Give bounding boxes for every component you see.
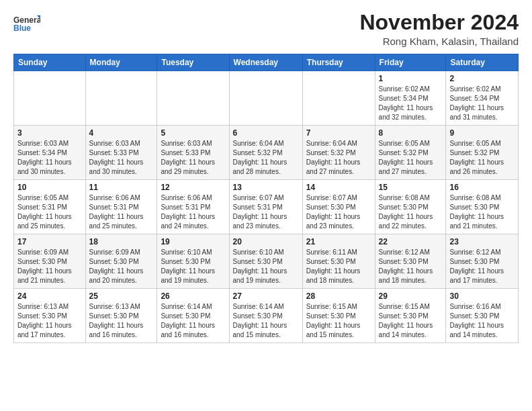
weekday-saturday: Saturday <box>446 54 519 71</box>
day-number: 11 <box>89 183 154 192</box>
calendar-cell: 19Sunrise: 6:10 AM Sunset: 5:30 PM Dayli… <box>157 234 229 289</box>
calendar-cell <box>157 71 229 126</box>
day-number: 22 <box>379 237 443 246</box>
day-info: Sunrise: 6:02 AM Sunset: 5:34 PM Dayligh… <box>379 85 443 122</box>
day-number: 2 <box>449 74 515 83</box>
day-info: Sunrise: 6:09 AM Sunset: 5:30 PM Dayligh… <box>17 248 82 285</box>
calendar-cell: 20Sunrise: 6:10 AM Sunset: 5:30 PM Dayli… <box>229 234 302 289</box>
calendar-cell: 24Sunrise: 6:13 AM Sunset: 5:30 PM Dayli… <box>14 289 86 343</box>
day-number: 26 <box>161 291 225 301</box>
weekday-monday: Monday <box>85 54 157 71</box>
day-number: 17 <box>17 237 82 246</box>
day-number: 10 <box>17 183 82 192</box>
header: General Blue November 2024 Rong Kham, Ka… <box>13 11 519 47</box>
calendar-cell: 15Sunrise: 6:08 AM Sunset: 5:30 PM Dayli… <box>375 180 446 234</box>
calendar-cell: 18Sunrise: 6:09 AM Sunset: 5:30 PM Dayli… <box>85 234 157 289</box>
day-number: 18 <box>89 237 154 246</box>
day-info: Sunrise: 6:15 AM Sunset: 5:30 PM Dayligh… <box>306 302 371 340</box>
svg-text:Blue: Blue <box>13 24 31 33</box>
day-number: 29 <box>379 291 443 301</box>
day-number: 28 <box>306 291 371 301</box>
day-info: Sunrise: 6:16 AM Sunset: 5:30 PM Dayligh… <box>449 302 515 340</box>
day-info: Sunrise: 6:09 AM Sunset: 5:30 PM Dayligh… <box>89 248 154 285</box>
calendar-cell <box>302 71 375 126</box>
calendar-cell: 9Sunrise: 6:05 AM Sunset: 5:32 PM Daylig… <box>446 126 519 180</box>
weekday-wednesday: Wednesday <box>229 54 302 71</box>
day-info: Sunrise: 6:15 AM Sunset: 5:30 PM Dayligh… <box>379 302 443 340</box>
day-info: Sunrise: 6:03 AM Sunset: 5:33 PM Dayligh… <box>161 139 225 177</box>
calendar-cell <box>14 71 86 126</box>
calendar-cell: 22Sunrise: 6:12 AM Sunset: 5:30 PM Dayli… <box>375 234 446 289</box>
day-info: Sunrise: 6:02 AM Sunset: 5:34 PM Dayligh… <box>449 85 515 122</box>
day-info: Sunrise: 6:06 AM Sunset: 5:31 PM Dayligh… <box>89 193 154 231</box>
calendar-cell <box>85 71 157 126</box>
day-number: 12 <box>161 183 225 192</box>
day-info: Sunrise: 6:12 AM Sunset: 5:30 PM Dayligh… <box>379 248 443 285</box>
day-number: 6 <box>233 128 299 138</box>
calendar-cell: 16Sunrise: 6:08 AM Sunset: 5:30 PM Dayli… <box>446 180 519 234</box>
weekday-thursday: Thursday <box>302 54 375 71</box>
week-row-4: 17Sunrise: 6:09 AM Sunset: 5:30 PM Dayli… <box>14 234 519 289</box>
day-info: Sunrise: 6:14 AM Sunset: 5:30 PM Dayligh… <box>233 302 299 340</box>
day-info: Sunrise: 6:05 AM Sunset: 5:32 PM Dayligh… <box>449 139 515 177</box>
calendar-cell: 3Sunrise: 6:03 AM Sunset: 5:34 PM Daylig… <box>14 126 86 180</box>
day-number: 5 <box>161 128 225 138</box>
day-number: 16 <box>449 183 515 192</box>
day-number: 15 <box>379 183 443 192</box>
day-number: 3 <box>17 128 82 138</box>
day-info: Sunrise: 6:13 AM Sunset: 5:30 PM Dayligh… <box>89 302 154 340</box>
day-info: Sunrise: 6:14 AM Sunset: 5:30 PM Dayligh… <box>161 302 225 340</box>
calendar-cell: 23Sunrise: 6:12 AM Sunset: 5:30 PM Dayli… <box>446 234 519 289</box>
day-info: Sunrise: 6:07 AM Sunset: 5:31 PM Dayligh… <box>233 193 299 231</box>
month-title: November 2024 <box>359 11 519 34</box>
calendar-cell: 4Sunrise: 6:03 AM Sunset: 5:33 PM Daylig… <box>85 126 157 180</box>
calendar-cell: 12Sunrise: 6:06 AM Sunset: 5:31 PM Dayli… <box>157 180 229 234</box>
calendar-cell: 8Sunrise: 6:05 AM Sunset: 5:32 PM Daylig… <box>375 126 446 180</box>
day-number: 7 <box>306 128 371 138</box>
calendar-cell: 26Sunrise: 6:14 AM Sunset: 5:30 PM Dayli… <box>157 289 229 343</box>
weekday-tuesday: Tuesday <box>157 54 229 71</box>
calendar-header: SundayMondayTuesdayWednesdayThursdayFrid… <box>14 54 519 71</box>
day-number: 20 <box>233 237 299 246</box>
day-info: Sunrise: 6:05 AM Sunset: 5:31 PM Dayligh… <box>17 193 82 231</box>
calendar-cell: 14Sunrise: 6:07 AM Sunset: 5:30 PM Dayli… <box>302 180 375 234</box>
week-row-1: 1Sunrise: 6:02 AM Sunset: 5:34 PM Daylig… <box>14 71 519 126</box>
day-info: Sunrise: 6:07 AM Sunset: 5:30 PM Dayligh… <box>306 193 371 231</box>
day-info: Sunrise: 6:10 AM Sunset: 5:30 PM Dayligh… <box>161 248 225 285</box>
day-number: 9 <box>449 128 515 138</box>
day-number: 4 <box>89 128 154 138</box>
week-row-2: 3Sunrise: 6:03 AM Sunset: 5:34 PM Daylig… <box>14 126 519 180</box>
calendar-cell: 2Sunrise: 6:02 AM Sunset: 5:34 PM Daylig… <box>446 71 519 126</box>
day-number: 25 <box>89 291 154 301</box>
day-info: Sunrise: 6:05 AM Sunset: 5:32 PM Dayligh… <box>379 139 443 177</box>
calendar-cell: 25Sunrise: 6:13 AM Sunset: 5:30 PM Dayli… <box>85 289 157 343</box>
weekday-header-row: SundayMondayTuesdayWednesdayThursdayFrid… <box>14 54 519 71</box>
calendar-cell: 21Sunrise: 6:11 AM Sunset: 5:30 PM Dayli… <box>302 234 375 289</box>
day-number: 21 <box>306 237 371 246</box>
calendar-cell: 5Sunrise: 6:03 AM Sunset: 5:33 PM Daylig… <box>157 126 229 180</box>
day-info: Sunrise: 6:03 AM Sunset: 5:34 PM Dayligh… <box>17 139 82 177</box>
calendar-cell: 13Sunrise: 6:07 AM Sunset: 5:31 PM Dayli… <box>229 180 302 234</box>
calendar-cell: 7Sunrise: 6:04 AM Sunset: 5:32 PM Daylig… <box>302 126 375 180</box>
day-info: Sunrise: 6:08 AM Sunset: 5:30 PM Dayligh… <box>379 193 443 231</box>
day-number: 23 <box>449 237 515 246</box>
logo-svg: General Blue <box>13 11 40 40</box>
calendar-cell: 29Sunrise: 6:15 AM Sunset: 5:30 PM Dayli… <box>375 289 446 343</box>
calendar-cell: 17Sunrise: 6:09 AM Sunset: 5:30 PM Dayli… <box>14 234 86 289</box>
day-number: 13 <box>233 183 299 192</box>
day-info: Sunrise: 6:03 AM Sunset: 5:33 PM Dayligh… <box>89 139 154 177</box>
day-info: Sunrise: 6:12 AM Sunset: 5:30 PM Dayligh… <box>449 248 515 285</box>
week-row-3: 10Sunrise: 6:05 AM Sunset: 5:31 PM Dayli… <box>14 180 519 234</box>
calendar-cell: 27Sunrise: 6:14 AM Sunset: 5:30 PM Dayli… <box>229 289 302 343</box>
day-info: Sunrise: 6:13 AM Sunset: 5:30 PM Dayligh… <box>17 302 82 340</box>
weekday-sunday: Sunday <box>14 54 86 71</box>
calendar-cell: 10Sunrise: 6:05 AM Sunset: 5:31 PM Dayli… <box>14 180 86 234</box>
day-info: Sunrise: 6:06 AM Sunset: 5:31 PM Dayligh… <box>161 193 225 231</box>
day-info: Sunrise: 6:04 AM Sunset: 5:32 PM Dayligh… <box>306 139 371 177</box>
day-number: 30 <box>449 291 515 301</box>
day-number: 19 <box>161 237 225 246</box>
day-info: Sunrise: 6:04 AM Sunset: 5:32 PM Dayligh… <box>233 139 299 177</box>
day-info: Sunrise: 6:10 AM Sunset: 5:30 PM Dayligh… <box>233 248 299 285</box>
page: General Blue November 2024 Rong Kham, Ka… <box>0 0 532 350</box>
day-number: 27 <box>233 291 299 301</box>
